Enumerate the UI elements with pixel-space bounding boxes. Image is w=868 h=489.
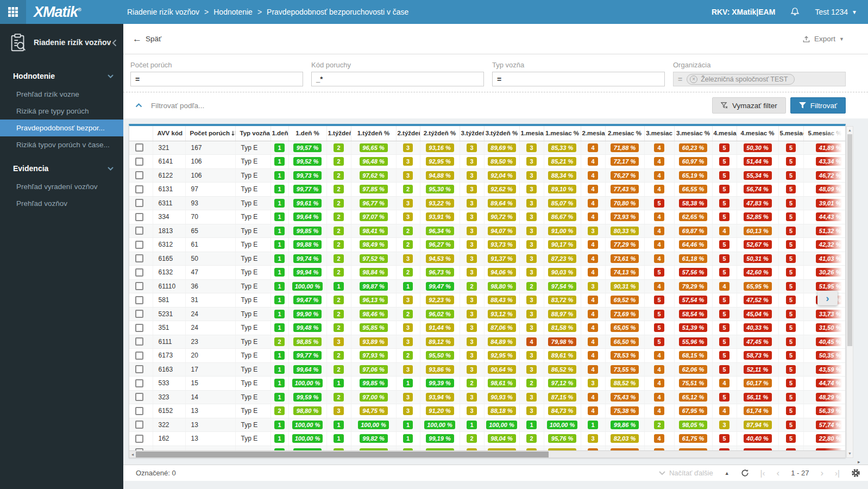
breadcrumb-item[interactable]: Riadenie rizík vozňov <box>127 8 199 16</box>
column-header[interactable]: 1.deň <box>271 126 288 141</box>
table-row[interactable]: 32213Typ E1100,00 %1100,00 %1100,00 %110… <box>129 418 846 432</box>
table-row[interactable]: 6141106Typ E199,52 %296,48 %392,95 %389,… <box>129 155 846 169</box>
column-header[interactable]: 5.mesiac % <box>803 126 846 141</box>
column-header[interactable]: 3.týždeň % <box>484 126 519 141</box>
row-checkbox[interactable] <box>135 365 143 373</box>
table-row[interactable]: 53315Typ E1100,00 %199,85 %199,39 %298,6… <box>129 377 846 391</box>
scroll-up-arrow-icon[interactable]: ▲ <box>847 128 853 133</box>
row-checkbox[interactable] <box>135 199 143 207</box>
column-header[interactable]: 4.mesiac <box>712 126 737 141</box>
sidebar-item[interactable]: Prehľad rizík vozne <box>0 86 123 103</box>
table-row[interactable]: 616550Typ E199,74 %297,52 %394,53 %391,3… <box>129 252 846 266</box>
table-row[interactable]: 613197Typ E199,77 %297,85 %295,30 %392,6… <box>129 183 846 197</box>
scroll-down-arrow-icon[interactable]: ▼ <box>847 451 853 456</box>
column-header[interactable]: 2.mesiac % <box>605 126 644 141</box>
row-checkbox[interactable] <box>135 393 143 401</box>
table-row[interactable]: 615213Typ E298,80 %394,75 %391,20 %388,1… <box>129 404 846 418</box>
last-page-button[interactable]: ›| <box>835 469 840 477</box>
sidebar-item[interactable]: Pravdepodobnosť bezpor... <box>0 120 123 136</box>
table-row[interactable]: 616317Typ E199,64 %297,06 %393,86 %390,6… <box>129 362 846 377</box>
remove-chip-icon[interactable]: × <box>690 76 697 83</box>
horizontal-scrollbar[interactable]: ◂ <box>129 450 845 457</box>
column-header[interactable]: 3.týždeň <box>460 126 484 141</box>
table-row[interactable]: 611123Typ E298,85 %393,89 %389,12 %384,8… <box>129 335 846 349</box>
refresh-icon[interactable] <box>741 469 749 477</box>
row-checkbox[interactable] <box>135 379 143 387</box>
apps-grid-icon[interactable] <box>0 0 26 24</box>
row-checkbox[interactable] <box>135 143 143 152</box>
column-header[interactable]: 3.mesiac % <box>674 126 712 141</box>
back-button[interactable]: ← Späť <box>133 34 161 43</box>
column-header[interactable]: Typ vozňa <box>235 126 271 141</box>
column-header[interactable]: Počet porúch <box>185 126 235 141</box>
horizontal-scrollbar-thumb[interactable] <box>136 452 549 457</box>
column-header[interactable]: 1.mesiac <box>519 126 544 141</box>
row-checkbox[interactable] <box>135 213 143 221</box>
load-more-button[interactable]: Načítať ďalšie <box>659 469 713 477</box>
next-page-button[interactable]: › <box>820 468 823 478</box>
row-checkbox[interactable] <box>135 310 143 318</box>
table-row[interactable]: 32314Typ E199,59 %297,00 %393,94 %390,93… <box>129 390 846 404</box>
table-row[interactable]: 35124Typ E199,48 %295,85 %391,44 %387,06… <box>129 321 846 335</box>
settings-gear-icon[interactable] <box>851 468 860 478</box>
table-row[interactable]: 6111036Typ E1100,00 %199,87 %199,47 %298… <box>129 279 846 293</box>
column-header[interactable]: 5.mesiac <box>778 126 803 141</box>
row-checkbox[interactable] <box>135 185 143 193</box>
table-row[interactable]: 523124Typ E199,90 %298,46 %296,02 %393,1… <box>129 307 846 321</box>
table-row[interactable]: 16213Typ E1100,00 %199,82 %199,19 %298,0… <box>129 432 846 446</box>
column-header[interactable]: 1.týždeň <box>326 126 351 141</box>
table-row[interactable]: 617320Typ E199,77 %297,93 %295,50 %392,9… <box>129 349 846 363</box>
row-checkbox[interactable] <box>135 171 143 179</box>
outer-scroll-right-arrow-icon[interactable]: ▸ <box>858 459 860 465</box>
filter-input[interactable]: = <box>130 72 303 86</box>
sidebar-item[interactable]: Prehľad vozňov <box>0 195 123 212</box>
row-checkbox[interactable] <box>135 158 143 166</box>
sidebar-item[interactable]: Riziká typov porúch v čase... <box>0 136 123 153</box>
app-logo[interactable]: XMatik® <box>34 4 115 21</box>
column-header[interactable]: 1.mesiac % <box>544 126 581 141</box>
sidebar-section-header[interactable]: Hodnotenie <box>0 61 123 86</box>
row-checkbox[interactable] <box>135 254 143 262</box>
row-checkbox[interactable] <box>135 337 143 346</box>
filter-by-label[interactable]: Filtrovať podľa... <box>151 102 204 110</box>
scroll-left-arrow-icon[interactable]: ◂ <box>129 451 136 457</box>
table-row[interactable]: 33470Typ E199,64 %297,07 %393,91 %390,72… <box>129 210 846 224</box>
table-row[interactable]: 631261Typ E199,88 %298,49 %296,27 %393,7… <box>129 238 846 252</box>
scroll-columns-right-button[interactable]: › <box>817 291 838 305</box>
column-header[interactable]: 1.deň % <box>288 126 326 141</box>
column-header[interactable]: 2.týždeň % <box>420 126 460 141</box>
sidebar-section-header[interactable]: Evidencia <box>0 153 123 178</box>
vertical-scrollbar-thumb[interactable] <box>847 134 852 346</box>
row-checkbox[interactable] <box>135 352 143 360</box>
breadcrumb-item[interactable]: Pravdepodobnosť bezporuchovosti v čase <box>267 8 408 16</box>
export-button[interactable]: Export ▼ <box>802 35 844 43</box>
first-page-button[interactable]: |‹ <box>760 469 765 477</box>
column-header[interactable]: 3.mesiac <box>644 126 674 141</box>
column-header[interactable]: 1.týždeň % <box>351 126 396 141</box>
table-row[interactable]: 6122106Typ E199,73 %297,62 %394,88 %392,… <box>129 168 846 183</box>
previous-page-button[interactable]: ‹ <box>777 468 780 478</box>
vertical-scrollbar[interactable]: ▲ ▼ <box>846 126 853 458</box>
row-checkbox[interactable] <box>135 407 143 415</box>
column-header[interactable]: 2.týždeň <box>396 126 420 141</box>
row-checkbox[interactable] <box>135 296 143 304</box>
filter-input[interactable]: = <box>492 72 665 86</box>
sidebar-item[interactable]: Prehľad vyradení vozňov <box>0 178 123 195</box>
collapse-footer-icon[interactable]: ▲ <box>725 471 729 476</box>
notifications-bell-icon[interactable] <box>790 7 800 17</box>
table-row[interactable]: 58131Typ E199,47 %296,13 %392,23 %388,43… <box>129 293 846 308</box>
table-row[interactable]: 321167Typ E199,57 %296,65 %393,16 %389,6… <box>129 141 846 155</box>
collapse-filters-icon[interactable] <box>135 103 142 108</box>
row-checkbox[interactable] <box>135 268 143 277</box>
sidebar-collapse-icon[interactable] <box>112 39 117 47</box>
column-header[interactable]: AVV kód <box>153 126 185 141</box>
row-checkbox[interactable] <box>135 324 143 332</box>
row-checkbox[interactable] <box>135 227 143 235</box>
row-checkbox[interactable] <box>135 435 143 443</box>
sidebar-item[interactable]: Riziká pre typy porúch <box>0 103 123 120</box>
column-header[interactable]: 4.mesiac % <box>737 126 778 141</box>
row-checkbox[interactable] <box>135 421 143 429</box>
row-checkbox[interactable] <box>135 241 143 249</box>
table-row[interactable]: 613247Typ E199,94 %298,84 %296,73 %394,0… <box>129 266 846 280</box>
table-row[interactable]: 631193Typ E199,61 %296,77 %393,22 %389,6… <box>129 196 846 210</box>
